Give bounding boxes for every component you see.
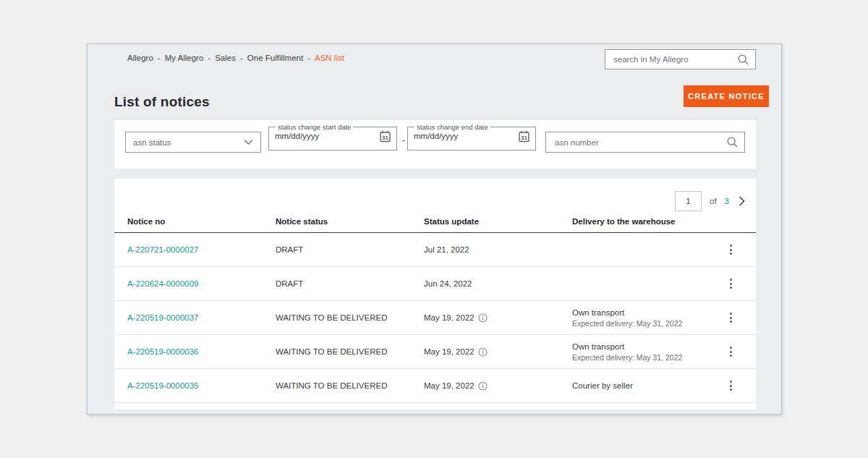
notice-link[interactable]: A-220624-0000009 [127,279,276,288]
notices-table: of 3 Notice noNotice statusStatus update… [114,179,756,410]
end-date-field[interactable]: status change end date 31 [407,124,536,150]
filters-bar: asn status status change start date 31 [114,120,756,169]
breadcrumb-separator: - [307,54,310,62]
column-header: Notice status [276,217,424,226]
notice-status: DRAFT [276,279,424,288]
chevron-down-icon [244,139,253,145]
breadcrumb-current: ASN list [315,54,344,62]
start-date-field[interactable]: status change start date 31 [268,124,397,150]
status-update-cell: Jun 24, 2022 [424,279,572,288]
delivery-type: Courier by seller [572,381,714,390]
page-title: List of notices [114,94,210,110]
row-menu-button[interactable] [724,275,738,292]
chevron-right-icon [739,196,745,206]
row-menu-button[interactable] [724,309,738,326]
delivery-expected: Expected delivery: May 31, 2022 [572,353,714,362]
status-update-cell: May 19, 2022 [424,381,572,391]
notice-status: WAITING TO BE DELIVERED [276,347,424,356]
delivery-cell: Courier by seller [572,381,714,390]
row-menu-button[interactable] [724,343,738,360]
info-icon[interactable] [478,313,488,323]
notice-link[interactable]: A-220519-0000036 [127,347,276,356]
status-update-date: May 19, 2022 [424,313,475,322]
column-header: Delivery to the warehouse [572,217,714,226]
end-date-label: status change end date [414,124,490,131]
notice-status: WAITING TO BE DELIVERED [276,381,424,390]
calendar-icon[interactable]: 31 [379,130,391,143]
header-search-input[interactable] [612,54,737,64]
status-update-date: Jun 24, 2022 [424,279,472,288]
row-menu-button[interactable] [724,377,738,394]
breadcrumb-item[interactable]: One Fulfillment [247,54,303,62]
table-row: A-220624-0000009DRAFTJun 24, 2022 [114,267,756,301]
header-search-box[interactable] [605,49,756,69]
column-header: Status update [424,217,572,226]
asn-status-select[interactable]: asn status [125,132,261,153]
breadcrumb-separator: - [208,54,210,62]
pagination: of 3 [675,191,746,211]
delivery-cell: Own transportExpected delivery: May 31, … [572,342,714,362]
table-header-row: Notice noNotice statusStatus updateDeliv… [114,217,756,226]
table-row: A-220519-0000037WAITING TO BE DELIVEREDM… [114,301,756,335]
info-icon[interactable] [478,347,488,357]
table-row: A-220519-0000035WAITING TO BE DELIVEREDM… [114,369,756,403]
notice-status: DRAFT [276,245,424,254]
notice-link[interactable]: A-220721-0000027 [127,245,276,254]
search-icon [726,136,739,148]
breadcrumb-item[interactable]: Sales [215,54,236,62]
table-row: A-220519-0000036WAITING TO BE DELIVEREDM… [114,335,756,369]
date-range-separator: - [400,135,407,145]
status-update-cell: May 19, 2022 [424,347,572,357]
status-update-date: May 19, 2022 [424,381,475,390]
breadcrumb-separator: - [158,54,161,62]
page-number-input[interactable] [675,191,702,211]
start-date-label: status change start date [276,124,353,131]
asn-status-placeholder: asn status [133,138,171,147]
create-notice-button[interactable]: CREATE NOTICE [684,85,769,107]
end-date-input[interactable] [414,132,486,140]
column-header: Notice no [127,217,276,226]
status-update-cell: Jul 21, 2022 [424,245,572,254]
svg-text:31: 31 [521,134,527,140]
notice-link[interactable]: A-220519-0000037 [127,313,276,322]
breadcrumb: Allegro-My Allegro-Sales-One Fulfillment… [127,52,344,64]
delivery-expected: Expected delivery: May 31, 2022 [572,319,714,328]
status-update-date: May 19, 2022 [424,347,475,356]
asn-number-input[interactable] [553,137,726,148]
breadcrumb-item[interactable]: My Allegro [165,54,204,62]
start-date-input[interactable] [275,132,347,140]
delivery-type: Own transport [572,308,714,317]
notice-status: WAITING TO BE DELIVERED [276,313,424,322]
table-row: A-220721-0000027DRAFTJul 21, 2022 [114,233,756,267]
table-body: A-220721-0000027DRAFTJul 21, 2022A-22062… [114,232,756,403]
svg-text:31: 31 [382,134,388,140]
row-menu-button[interactable] [724,241,738,258]
search-icon [737,54,749,66]
pagination-of-label: of [710,197,717,205]
main-panel: Allegro-My Allegro-Sales-One Fulfillment… [87,43,782,415]
asn-number-box[interactable] [545,132,745,153]
delivery-cell: Own transportExpected delivery: May 31, … [572,308,714,328]
pagination-total: 3 [725,197,729,205]
calendar-icon[interactable]: 31 [518,130,530,143]
notice-link[interactable]: A-220519-0000035 [127,381,276,390]
next-page-button[interactable] [737,195,746,208]
breadcrumb-separator: - [240,54,243,62]
status-update-date: Jul 21, 2022 [424,245,469,254]
info-icon[interactable] [478,381,488,391]
status-update-cell: May 19, 2022 [424,313,572,323]
delivery-type: Own transport [572,342,714,351]
breadcrumb-item[interactable]: Allegro [127,54,153,62]
